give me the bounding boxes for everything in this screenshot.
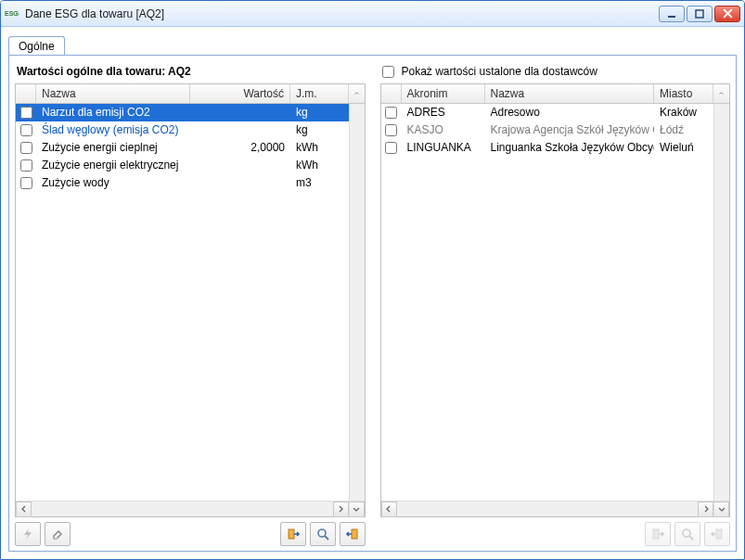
cell-name: Narzut dla emisji CO2 <box>36 104 190 121</box>
scroll-up-button[interactable] <box>713 84 729 103</box>
col-value[interactable]: Wartość <box>190 84 290 103</box>
cell-uom: kg <box>290 104 349 121</box>
left-vertical-scrollbar[interactable] <box>349 104 365 501</box>
svg-rect-5 <box>352 529 357 539</box>
cell-name: Ślad węglowy (emisja CO2) <box>36 121 190 138</box>
left-pane: Wartości ogólne dla towaru: AQ2 Nazwa Wa… <box>15 61 366 545</box>
window: ESG Dane ESG dla towaru [AQ2] Ogólne War… <box>0 0 745 560</box>
svg-rect-2 <box>53 538 58 540</box>
row-checkbox[interactable] <box>20 124 32 136</box>
svg-rect-8 <box>716 529 722 539</box>
left-horizontal-scrollbar[interactable] <box>16 501 365 516</box>
cell-city: Łódź <box>654 121 713 138</box>
table-row[interactable]: Ślad węglowy (emisja CO2)kg <box>16 121 349 139</box>
cell-name: Zużycie wody <box>36 174 190 191</box>
cell-city: Wieluń <box>654 139 713 156</box>
show-supplier-checkbox[interactable] <box>382 66 394 78</box>
action-import-button <box>645 522 671 546</box>
action-search-button[interactable] <box>310 522 336 546</box>
minimize-button[interactable] <box>659 6 685 22</box>
scroll-down-button[interactable] <box>713 502 729 517</box>
row-checkbox[interactable] <box>385 142 397 154</box>
cell-city: Kraków <box>654 104 713 121</box>
close-button[interactable] <box>714 6 740 22</box>
table-row[interactable]: Zużycie wodym3 <box>16 174 349 192</box>
left-toolbar <box>15 517 366 545</box>
table-row[interactable]: Narzut dla emisji CO2kg <box>16 104 349 121</box>
cell-value <box>190 174 290 191</box>
svg-rect-6 <box>653 529 659 539</box>
svg-point-4 <box>318 529 326 537</box>
cell-uom: kWh <box>290 157 349 173</box>
app-icon: ESG <box>5 6 19 21</box>
table-row[interactable]: KASJOKrajowa Agencja Szkół Języków ObcyŁ… <box>381 121 714 139</box>
scroll-right-button[interactable] <box>698 502 713 517</box>
cell-name: Zużycie energii elektrycznej <box>36 157 190 173</box>
cell-value: 2,0000 <box>190 139 290 156</box>
row-checkbox[interactable] <box>20 177 32 189</box>
left-grid[interactable]: Nazwa Wartość J.m. Narzut dla emisji CO2… <box>15 83 366 517</box>
scroll-left-button[interactable] <box>381 502 397 517</box>
cell-name: Krajowa Agencja Szkół Języków Obcy <box>485 121 655 138</box>
cell-uom: m3 <box>290 174 349 191</box>
table-row[interactable]: Zużycie energii elektrycznejkWh <box>16 157 349 174</box>
row-checkbox[interactable] <box>385 107 397 119</box>
row-checkbox[interactable] <box>20 107 32 119</box>
action-search-button <box>674 522 700 546</box>
cell-value <box>190 157 290 173</box>
split-divider[interactable] <box>371 61 375 545</box>
action-import-button[interactable] <box>280 522 306 546</box>
action-export-button <box>704 522 730 546</box>
left-pane-title: Wartości ogólne dla towaru: AQ2 <box>17 65 191 78</box>
cell-value <box>190 104 290 121</box>
window-title: Dane ESG dla towaru [AQ2] <box>23 7 659 20</box>
svg-rect-3 <box>289 529 294 539</box>
scroll-right-button[interactable] <box>333 502 349 517</box>
cell-name: Adresowo <box>485 104 655 121</box>
table-row[interactable]: ADRESAdresowoKraków <box>381 104 714 121</box>
scroll-down-button[interactable] <box>349 502 365 517</box>
tab-strip: Ogólne <box>8 34 737 55</box>
table-row[interactable]: LINGUANKALinguanka Szkoła Języków Obcych… <box>381 139 714 157</box>
right-vertical-scrollbar[interactable] <box>713 104 729 501</box>
cell-uom: kWh <box>290 139 349 156</box>
right-pane: Pokaż wartości ustalone dla dostawców Ak… <box>380 61 731 545</box>
tab-general[interactable]: Ogólne <box>8 36 65 56</box>
show-supplier-label: Pokaż wartości ustalone dla dostawców <box>402 65 597 78</box>
cell-acronym: ADRES <box>402 104 485 121</box>
row-checkbox[interactable] <box>385 124 397 136</box>
action-flash-button[interactable] <box>15 522 41 546</box>
svg-rect-1 <box>696 10 703 18</box>
row-checkbox[interactable] <box>20 142 32 154</box>
svg-rect-0 <box>668 16 675 18</box>
col-city[interactable]: Miasto <box>654 84 713 103</box>
row-checkbox[interactable] <box>20 159 32 172</box>
action-erase-button[interactable] <box>45 522 71 546</box>
col-acronym[interactable]: Akronim <box>402 84 485 103</box>
col-name2[interactable]: Nazwa <box>485 84 655 103</box>
table-row[interactable]: Zużycie energii cieplnej2,0000kWh <box>16 139 349 157</box>
right-toolbar <box>380 517 731 545</box>
maximize-button[interactable] <box>687 6 713 22</box>
right-horizontal-scrollbar[interactable] <box>381 501 730 516</box>
action-export-button[interactable] <box>340 522 366 546</box>
svg-point-7 <box>683 529 690 537</box>
cell-name: Zużycie energii cieplnej <box>36 139 190 156</box>
cell-acronym: KASJO <box>402 121 485 138</box>
right-grid[interactable]: Akronim Nazwa Miasto ADRESAdresowoKraków… <box>380 83 731 517</box>
titlebar[interactable]: ESG Dane ESG dla towaru [AQ2] <box>1 1 744 27</box>
main-panel: Wartości ogólne dla towaru: AQ2 Nazwa Wa… <box>8 55 737 552</box>
cell-name: Linguanka Szkoła Języków Obcych <box>485 139 655 156</box>
cell-acronym: LINGUANKA <box>402 139 485 156</box>
cell-value <box>190 121 290 138</box>
scroll-up-button[interactable] <box>349 84 365 103</box>
col-name[interactable]: Nazwa <box>36 84 190 103</box>
col-uom[interactable]: J.m. <box>290 84 349 103</box>
cell-uom: kg <box>290 121 349 138</box>
scroll-left-button[interactable] <box>16 502 32 517</box>
